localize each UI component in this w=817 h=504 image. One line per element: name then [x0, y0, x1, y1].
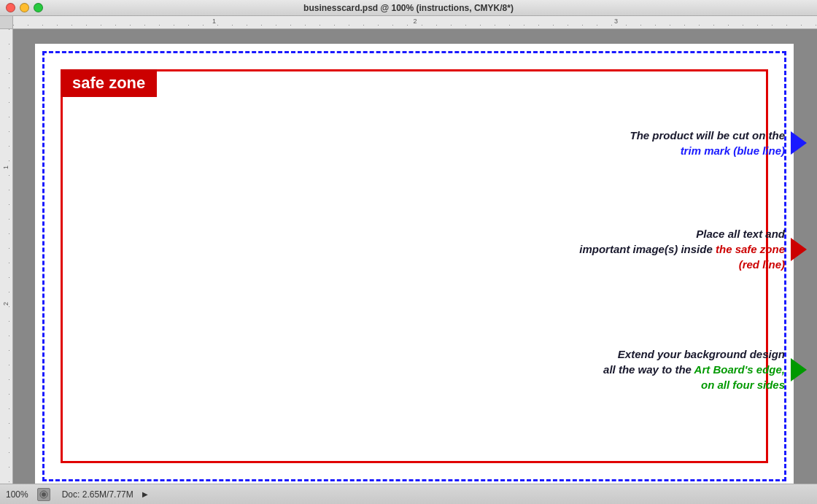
titlebar-buttons — [6, 3, 43, 12]
svg-point-1 — [42, 492, 46, 497]
zoom-level: 100% — [6, 489, 28, 500]
doc-info: Doc: 2.65M/7.77M — [62, 489, 133, 500]
artboard-edge-arrow — [791, 358, 807, 381]
proof-icon[interactable] — [37, 488, 50, 501]
safe-zone-arrow — [791, 238, 807, 261]
vertical-ruler: 1 2 — [0, 29, 13, 484]
annotation-artboard-highlight: Art Board's edge,on all four sides — [694, 363, 785, 391]
statusbar: 100% Doc: 2.65M/7.77M ▶ — [0, 484, 817, 504]
statusbar-arrow[interactable]: ▶ — [142, 490, 148, 498]
annotation-trim-normal: The product will be cut on the — [630, 129, 786, 141]
annotation-artboard-text: Extend your background designall the way… — [603, 346, 785, 392]
ruler-tick-1: 1 — [212, 18, 216, 25]
ruler-tick-2: 2 — [413, 18, 417, 25]
annotation-safe-text: Place all text andimportant image(s) ins… — [579, 226, 785, 272]
ruler-v-tick-2: 2 — [2, 302, 9, 306]
annotation-safe-highlight: the safe zone(red line) — [716, 243, 785, 271]
ruler-corner — [0, 16, 13, 29]
window-title: businesscard.psd @ 100% (instructions, C… — [303, 3, 514, 13]
minimize-button[interactable] — [20, 3, 29, 12]
annotation-trim-mark: The product will be cut on the trim mark… — [630, 128, 808, 158]
horizontal-ruler: 1 2 3 — [13, 16, 817, 29]
titlebar: businesscard.psd @ 100% (instructions, C… — [0, 0, 817, 16]
maximize-button[interactable] — [34, 3, 43, 12]
trim-mark-arrow — [791, 131, 807, 155]
proof-svg — [39, 490, 48, 499]
annotation-artboard-edge: Extend your background designall the way… — [603, 346, 807, 392]
ruler-tick-3: 3 — [614, 18, 618, 25]
close-button[interactable] — [6, 3, 15, 12]
annotation-safe-zone: Place all text andimportant image(s) ins… — [579, 226, 807, 272]
annotation-trim-highlight: trim mark (blue line) — [681, 144, 785, 157]
annotation-trim-text: The product will be cut on the trim mark… — [630, 128, 786, 158]
artboard: safe zone The product will be cut on the… — [35, 44, 794, 484]
safe-zone-label: safe zone — [61, 69, 157, 97]
ruler-v-tick-1: 1 — [2, 166, 9, 169]
canvas-area: safe zone The product will be cut on the… — [13, 29, 817, 484]
